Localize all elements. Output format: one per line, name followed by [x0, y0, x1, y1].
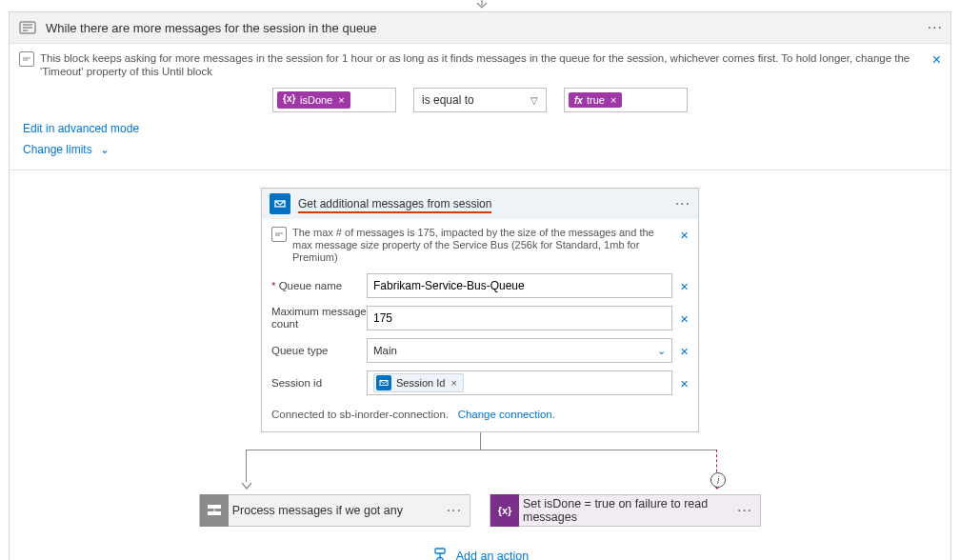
change-connection-link[interactable]: Change connection. [458, 409, 555, 420]
variable-icon: {x} [283, 93, 296, 107]
queue-name-value[interactable] [373, 279, 666, 292]
variable-name: isDone [300, 94, 332, 106]
until-loop-title: While there are more messages for the se… [46, 21, 928, 35]
queue-type-label: Queue type [271, 345, 367, 357]
add-action-label: Add an action [456, 550, 529, 560]
until-info-text: This block keeps asking for more message… [40, 51, 927, 78]
comment-icon [271, 227, 287, 242]
comment-icon [19, 51, 34, 67]
set-isdone-card[interactable]: {x} Set isDone = true on failure to read… [490, 494, 761, 527]
clear-queue-type-icon[interactable]: × [680, 343, 689, 359]
get-messages-card: Get additional messages from session ···… [261, 188, 699, 432]
set-isdone-title: Set isDone = true on failure to read mes… [519, 497, 730, 524]
queue-name-input[interactable] [367, 273, 672, 298]
chevron-down-icon: ▽ [530, 95, 538, 106]
until-header-menu[interactable]: ··· [928, 19, 943, 36]
session-id-token[interactable]: Session Id × [373, 373, 464, 392]
dismiss-inner-info-icon[interactable]: × [680, 227, 689, 243]
condition-operator-select[interactable]: is equal to ▽ [413, 88, 547, 112]
clear-session-id-icon[interactable]: × [680, 375, 689, 391]
add-action-button[interactable]: Add an action [431, 548, 529, 560]
service-bus-icon [270, 193, 290, 214]
until-icon [17, 17, 38, 38]
get-messages-menu[interactable]: ··· [675, 195, 690, 212]
until-loop-card: While there are more messages for the se… [9, 11, 951, 560]
remove-token-icon[interactable]: × [450, 377, 456, 389]
info-badge-icon[interactable]: i [710, 472, 726, 488]
queue-name-label: Queue name [271, 280, 367, 292]
set-isdone-menu[interactable]: ··· [730, 502, 760, 519]
dismiss-info-icon[interactable]: × [932, 51, 941, 69]
expression-pill-true[interactable]: fx true × [569, 92, 622, 108]
remove-variable-icon[interactable]: × [338, 94, 344, 106]
inner-info-text: The max # of messages is 175, impacted b… [292, 227, 674, 264]
change-limits-link[interactable]: Change limits ⌄ [23, 143, 110, 156]
session-id-token-label: Session Id [396, 377, 445, 389]
process-messages-title: Process messages if we got any [229, 504, 439, 517]
queue-type-value: Main [373, 345, 397, 356]
clear-max-count-icon[interactable]: × [680, 310, 689, 327]
get-messages-title: Get additional messages from session [298, 197, 491, 213]
change-limits-label: Change limits [23, 143, 92, 156]
variable-pill-isDone[interactable]: {x} isDone × [277, 91, 350, 109]
inner-info-row: The max # of messages is 175, impacted b… [262, 219, 698, 270]
svg-rect-3 [208, 505, 221, 509]
session-id-label: Session id [271, 377, 367, 390]
clear-queue-name-icon[interactable]: × [680, 278, 689, 294]
max-count-label: Maximum message count [271, 306, 367, 330]
get-messages-header[interactable]: Get additional messages from session ··· [262, 189, 698, 219]
expression-value: true [587, 94, 605, 106]
process-messages-card[interactable]: Process messages if we got any ··· [199, 494, 470, 527]
variable-icon: {x} [490, 494, 519, 527]
condition-right-operand[interactable]: fx true × [564, 88, 688, 112]
until-loop-header[interactable]: While there are more messages for the se… [10, 12, 950, 44]
scope-icon [200, 494, 229, 527]
remove-expression-icon[interactable]: × [610, 94, 616, 106]
edit-advanced-link[interactable]: Edit in advanced mode [23, 122, 139, 135]
max-count-value[interactable] [373, 311, 666, 325]
queue-type-select[interactable]: Main ⌄ [367, 338, 672, 363]
branch-connectors: i [10, 432, 950, 494]
svg-rect-4 [208, 511, 221, 515]
service-bus-icon [376, 375, 391, 390]
operator-label: is equal to [422, 93, 474, 107]
until-info-row: This block keeps asking for more message… [10, 44, 950, 82]
max-count-input[interactable] [367, 306, 672, 330]
fx-icon: fx [574, 95, 583, 106]
condition-row: {x} isDone × is equal to ▽ fx true × [10, 82, 950, 122]
add-step-icon [431, 548, 449, 560]
condition-left-operand[interactable]: {x} isDone × [272, 88, 396, 112]
process-messages-menu[interactable]: ··· [439, 502, 470, 519]
session-id-input[interactable]: Session Id × [367, 370, 672, 395]
svg-rect-5 [435, 549, 445, 553]
connection-text: Connected to sb-inorder-connection. [271, 409, 449, 420]
chevron-down-icon: ⌄ [100, 143, 110, 156]
chevron-down-icon: ⌄ [657, 345, 666, 357]
separator [10, 170, 950, 170]
